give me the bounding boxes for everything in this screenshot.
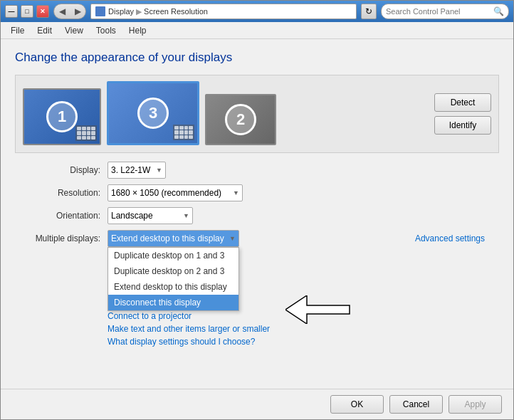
display-settings-help-link[interactable]: What display settings should I choose? <box>107 337 499 347</box>
identify-button[interactable]: Identify <box>434 116 491 135</box>
display-number-3: 3 <box>137 98 169 129</box>
search-icon[interactable]: 🔍 <box>493 6 504 17</box>
window-controls: — □ ✕ <box>5 5 49 18</box>
resolution-control: 1680 × 1050 (recommended) <box>107 184 243 201</box>
refresh-button[interactable]: ↻ <box>361 4 377 19</box>
orientation-label: Orientation: <box>15 211 107 221</box>
nav-bar: ◀ ▶ Display ▶ Screen Resolution ↻ 🔍 <box>53 4 509 19</box>
back-button[interactable]: ◀ <box>54 4 70 19</box>
apply-button[interactable]: Apply <box>449 395 502 414</box>
orientation-select[interactable]: Landscape <box>107 207 193 224</box>
multiple-displays-select[interactable]: Extend desktop to this display <box>107 230 239 247</box>
menu-view[interactable]: View <box>59 23 89 38</box>
orientation-control: Landscape <box>107 207 193 224</box>
search-bar[interactable]: 🔍 <box>381 4 509 19</box>
detect-button[interactable]: Detect <box>434 93 491 112</box>
advanced-settings-text[interactable]: Advanced settings <box>415 233 485 243</box>
footer: OK Cancel Apply <box>1 389 513 419</box>
breadcrumb-icon <box>95 6 105 16</box>
menu-bar: File Edit View Tools Help <box>1 22 513 39</box>
menu-help[interactable]: Help <box>123 23 152 38</box>
menu-edit[interactable]: Edit <box>31 23 58 38</box>
multiple-displays-control: Extend desktop to this display Duplicate… <box>107 230 239 247</box>
main-window: — □ ✕ ◀ ▶ Display ▶ Screen Resolution ↻ … <box>0 0 514 420</box>
multiple-displays-row: Multiple displays: Extend desktop to thi… <box>15 230 499 247</box>
breadcrumb: Display ▶ Screen Resolution <box>90 4 357 19</box>
multiple-displays-dropdown: Duplicate desktop on 1 and 3 Duplicate d… <box>107 247 239 311</box>
dropdown-item-3[interactable]: Disconnect this display <box>108 295 238 310</box>
resolution-row: Resolution: 1680 × 1050 (recommended) <box>15 184 499 201</box>
display-select-wrapper: 3. L22-1W <box>107 162 166 179</box>
display-control: 3. L22-1W <box>107 162 166 179</box>
display-label: Display: <box>15 165 107 175</box>
display-thumb-2[interactable]: 2 <box>205 94 276 145</box>
menu-file[interactable]: File <box>5 23 30 38</box>
display-thumbnails: 1 3 2 Dete <box>15 75 499 153</box>
breadcrumb-sep1: ▶ <box>136 7 142 16</box>
multiple-displays-select-wrapper: Extend desktop to this display Duplicate… <box>107 230 239 247</box>
display-thumb-3[interactable]: 3 <box>107 81 199 145</box>
ok-button[interactable]: OK <box>330 395 384 414</box>
page-title: Change the appearance of your displays <box>15 51 499 65</box>
breadcrumb-part1: Display <box>108 7 134 16</box>
arrow-indicator <box>285 295 357 326</box>
multiple-displays-label: Multiple displays: <box>15 233 107 243</box>
menu-tools[interactable]: Tools <box>90 23 122 38</box>
detect-identify-buttons: Detect Identify <box>434 93 491 135</box>
resolution-label: Resolution: <box>15 188 107 198</box>
orientation-row: Orientation: Landscape <box>15 207 499 224</box>
search-input[interactable] <box>386 7 493 16</box>
display-select[interactable]: 3. L22-1W <box>107 162 166 179</box>
maximize-button[interactable]: □ <box>21 5 33 18</box>
content-area: Change the appearance of your displays 1… <box>1 39 513 389</box>
minimize-button[interactable]: — <box>5 5 18 18</box>
dropdown-item-1[interactable]: Duplicate desktop on 2 and 3 <box>108 263 238 279</box>
advanced-settings-link[interactable]: Advanced settings <box>415 233 485 243</box>
cancel-button[interactable]: Cancel <box>389 395 443 414</box>
orientation-select-wrapper: Landscape <box>107 207 193 224</box>
display-thumb-1[interactable]: 1 <box>23 88 101 145</box>
svg-marker-0 <box>285 295 350 324</box>
back-forward-buttons: ◀ ▶ <box>53 4 86 19</box>
display-row: Display: 3. L22-1W <box>15 162 499 179</box>
display-number-2: 2 <box>225 104 256 135</box>
display-mini-3 <box>173 125 194 140</box>
breadcrumb-part2: Screen Resolution <box>144 7 208 16</box>
resolution-select[interactable]: 1680 × 1050 (recommended) <box>107 184 243 201</box>
resolution-select-wrapper: 1680 × 1050 (recommended) <box>107 184 243 201</box>
forward-button[interactable]: ▶ <box>70 4 85 19</box>
close-button[interactable]: ✕ <box>36 5 49 18</box>
dropdown-item-2[interactable]: Extend desktop to this display <box>108 279 238 295</box>
display-number-1: 1 <box>46 101 78 132</box>
display-mini-1 <box>75 125 97 141</box>
dropdown-item-0[interactable]: Duplicate desktop on 1 and 3 <box>108 248 238 263</box>
title-bar: — □ ✕ ◀ ▶ Display ▶ Screen Resolution ↻ … <box>1 1 513 22</box>
